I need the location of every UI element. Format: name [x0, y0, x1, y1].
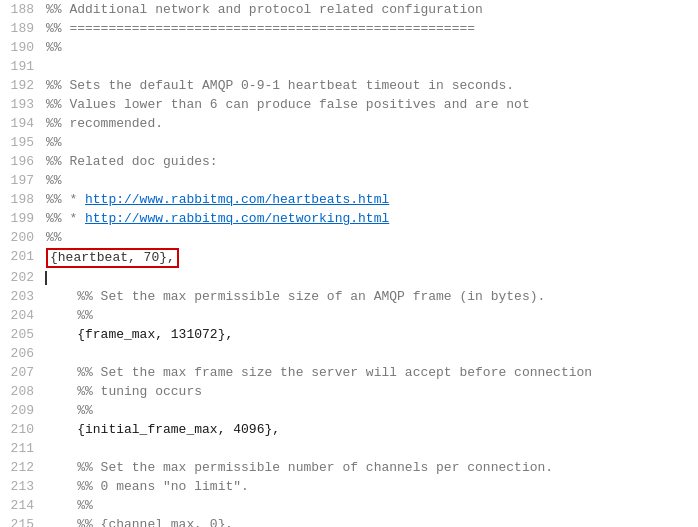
line-number: 211 — [0, 439, 42, 458]
comment-text: %% Additional network and protocol relat… — [46, 2, 483, 17]
line-number: 201 — [0, 247, 42, 268]
line-number: 208 — [0, 382, 42, 401]
line-number: 204 — [0, 306, 42, 325]
line-content: %% * http://www.rabbitmq.com/heartbeats.… — [42, 190, 698, 209]
comment-prefix: %% * — [46, 192, 85, 207]
url-link[interactable]: http://www.rabbitmq.com/networking.html — [85, 211, 389, 226]
line-content: %% — [42, 171, 698, 190]
line-content — [42, 268, 698, 287]
line-number: 212 — [0, 458, 42, 477]
line-number: 196 — [0, 152, 42, 171]
comment-text: %% {channel_max, 0}, — [46, 517, 233, 527]
line-number: 188 — [0, 0, 42, 19]
line-content — [42, 344, 698, 363]
line-number: 203 — [0, 287, 42, 306]
table-row: 215 %% {channel_max, 0}, — [0, 515, 698, 527]
table-row: 201{heartbeat, 70}, — [0, 247, 698, 268]
comment-text: %% 0 means "no limit". — [46, 479, 249, 494]
table-row: 197%% — [0, 171, 698, 190]
line-content: {initial_frame_max, 4096}, — [42, 420, 698, 439]
table-row: 203 %% Set the max permissible size of a… — [0, 287, 698, 306]
line-content: %% Values lower than 6 can produce false… — [42, 95, 698, 114]
table-row: 211 — [0, 439, 698, 458]
comment-text: %% =====================================… — [46, 21, 475, 36]
line-content: %% — [42, 133, 698, 152]
line-number: 206 — [0, 344, 42, 363]
table-row: 194%% recommended. — [0, 114, 698, 133]
comment-text: %% Set the max permissible size of an AM… — [46, 289, 545, 304]
line-number: 197 — [0, 171, 42, 190]
table-row: 195%% — [0, 133, 698, 152]
line-content — [42, 57, 698, 76]
line-content: %% 0 means "no limit". — [42, 477, 698, 496]
text-cursor — [45, 271, 47, 285]
line-number: 213 — [0, 477, 42, 496]
line-number: 195 — [0, 133, 42, 152]
table-row: 210 {initial_frame_max, 4096}, — [0, 420, 698, 439]
code-viewer: 188%% Additional network and protocol re… — [0, 0, 698, 527]
line-content: %% Set the max permissible number of cha… — [42, 458, 698, 477]
line-number: 215 — [0, 515, 42, 527]
comment-text: %% Related doc guides: — [46, 154, 218, 169]
line-number: 194 — [0, 114, 42, 133]
line-content: %% — [42, 496, 698, 515]
line-content: {frame_max, 131072}, — [42, 325, 698, 344]
table-row: 189%% ==================================… — [0, 19, 698, 38]
line-number: 214 — [0, 496, 42, 515]
table-row: 191 — [0, 57, 698, 76]
code-table: 188%% Additional network and protocol re… — [0, 0, 698, 527]
line-content: %% * http://www.rabbitmq.com/networking.… — [42, 209, 698, 228]
line-content: %% — [42, 38, 698, 57]
table-row: 213 %% 0 means "no limit". — [0, 477, 698, 496]
table-row: 192%% Sets the default AMQP 0-9-1 heartb… — [0, 76, 698, 95]
code-text: {initial_frame_max, 4096}, — [46, 422, 280, 437]
table-row: 196%% Related doc guides: — [0, 152, 698, 171]
line-content — [42, 439, 698, 458]
line-number: 209 — [0, 401, 42, 420]
table-row: 193%% Values lower than 6 can produce fa… — [0, 95, 698, 114]
table-row: 190%% — [0, 38, 698, 57]
line-content: {heartbeat, 70}, — [42, 247, 698, 268]
comment-text: %% — [46, 40, 62, 55]
table-row: 205 {frame_max, 131072}, — [0, 325, 698, 344]
line-content: %% — [42, 401, 698, 420]
line-number: 192 — [0, 76, 42, 95]
line-content: %% recommended. — [42, 114, 698, 133]
table-row: 208 %% tuning occurs — [0, 382, 698, 401]
comment-text: %% Set the max frame size the server wil… — [46, 365, 592, 380]
table-row: 198%% * http://www.rabbitmq.com/heartbea… — [0, 190, 698, 209]
comment-text: %% — [46, 403, 93, 418]
line-content: %% Sets the default AMQP 0-9-1 heartbeat… — [42, 76, 698, 95]
line-number: 189 — [0, 19, 42, 38]
highlighted-code: {heartbeat, 70}, — [46, 248, 179, 268]
table-row: 214 %% — [0, 496, 698, 515]
table-row: 188%% Additional network and protocol re… — [0, 0, 698, 19]
table-row: 212 %% Set the max permissible number of… — [0, 458, 698, 477]
line-number: 210 — [0, 420, 42, 439]
table-row: 202 — [0, 268, 698, 287]
line-content: %% =====================================… — [42, 19, 698, 38]
comment-text: %% tuning occurs — [46, 384, 202, 399]
comment-text: %% — [46, 230, 62, 245]
line-content: %% — [42, 228, 698, 247]
line-content: %% Set the max permissible size of an AM… — [42, 287, 698, 306]
line-content: %% {channel_max, 0}, — [42, 515, 698, 527]
line-content: %% Related doc guides: — [42, 152, 698, 171]
table-row: 199%% * http://www.rabbitmq.com/networki… — [0, 209, 698, 228]
line-number: 199 — [0, 209, 42, 228]
comment-prefix: %% * — [46, 211, 85, 226]
comment-text: %% — [46, 173, 62, 188]
table-row: 206 — [0, 344, 698, 363]
comment-text: %% Set the max permissible number of cha… — [46, 460, 553, 475]
line-number: 198 — [0, 190, 42, 209]
line-number: 202 — [0, 268, 42, 287]
line-number: 191 — [0, 57, 42, 76]
comment-text: %% recommended. — [46, 116, 163, 131]
comment-text: %% Sets the default AMQP 0-9-1 heartbeat… — [46, 78, 514, 93]
line-number: 207 — [0, 363, 42, 382]
url-link[interactable]: http://www.rabbitmq.com/heartbeats.html — [85, 192, 389, 207]
line-content: %% — [42, 306, 698, 325]
table-row: 204 %% — [0, 306, 698, 325]
line-number: 190 — [0, 38, 42, 57]
line-number: 200 — [0, 228, 42, 247]
